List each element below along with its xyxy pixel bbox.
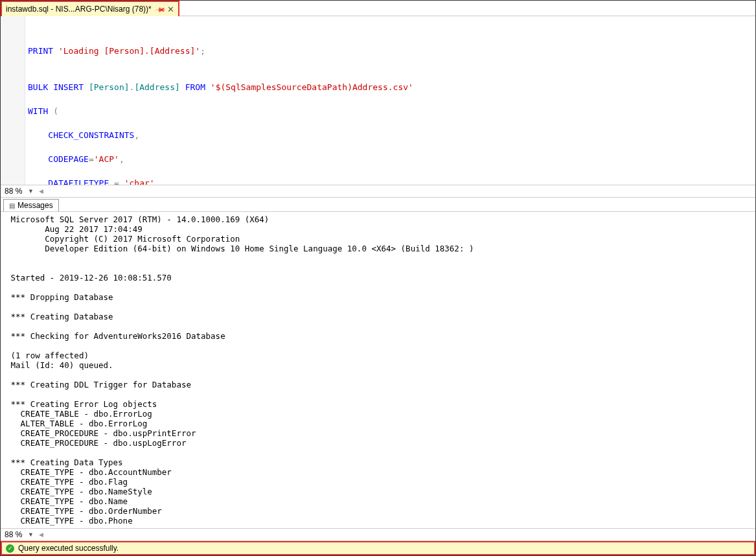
messages-tab[interactable]: ▤ Messages <box>3 199 59 211</box>
zoom-dropdown-icon[interactable]: ▼ <box>26 188 35 194</box>
editor-zoom-bar: 88 % ▼ ◀ <box>1 185 755 198</box>
messages-tab-label: Messages <box>17 201 53 210</box>
messages-output[interactable]: Microsoft SQL Server 2017 (RTM) - 14.0.1… <box>1 212 755 528</box>
document-tab-active[interactable]: instawdb.sql - NIS...ARG-PC\Nisarg (78))… <box>1 1 179 16</box>
editor-gutter <box>1 16 25 185</box>
pin-icon[interactable]: 📌 <box>155 4 166 14</box>
success-icon: ✓ <box>6 544 14 553</box>
results-tab-bar: ▤ Messages <box>1 198 755 212</box>
code-line: BULK INSERT [Person].[Address] FROM '$(S… <box>28 82 755 94</box>
status-text: Query executed successfully. <box>18 544 119 553</box>
editor-surface[interactable]: PRINT 'Loading [Person].[Address]'; BULK… <box>25 16 755 185</box>
zoom-level: 88 % <box>1 187 26 196</box>
code-editor[interactable]: PRINT 'Loading [Person].[Address]'; BULK… <box>1 16 755 185</box>
nav-left-icon[interactable]: ◀ <box>36 188 45 194</box>
code-line: DATAFILETYPE = 'char', <box>28 178 755 185</box>
code-line: PRINT 'Loading [Person].[Address]'; <box>28 45 755 58</box>
status-bar: ✓ Query executed successfully. <box>1 541 755 555</box>
code-line: CHECK_CONSTRAINTS, <box>28 130 755 142</box>
zoom-level: 88 % <box>1 530 26 539</box>
messages-icon: ▤ <box>9 202 15 209</box>
close-icon[interactable]: ✕ <box>167 5 174 14</box>
code-line: WITH ( <box>28 106 755 118</box>
document-tab-bar: instawdb.sql - NIS...ARG-PC\Nisarg (78))… <box>1 1 755 16</box>
zoom-dropdown-icon[interactable]: ▼ <box>26 531 35 538</box>
code-line: CODEPAGE='ACP', <box>28 154 755 166</box>
messages-zoom-bar: 88 % ▼ ◀ <box>1 528 755 541</box>
nav-left-icon[interactable]: ◀ <box>36 531 45 538</box>
tab-title: instawdb.sql - NIS...ARG-PC\Nisarg (78))… <box>6 5 152 14</box>
app-window: instawdb.sql - NIS...ARG-PC\Nisarg (78))… <box>0 0 756 556</box>
